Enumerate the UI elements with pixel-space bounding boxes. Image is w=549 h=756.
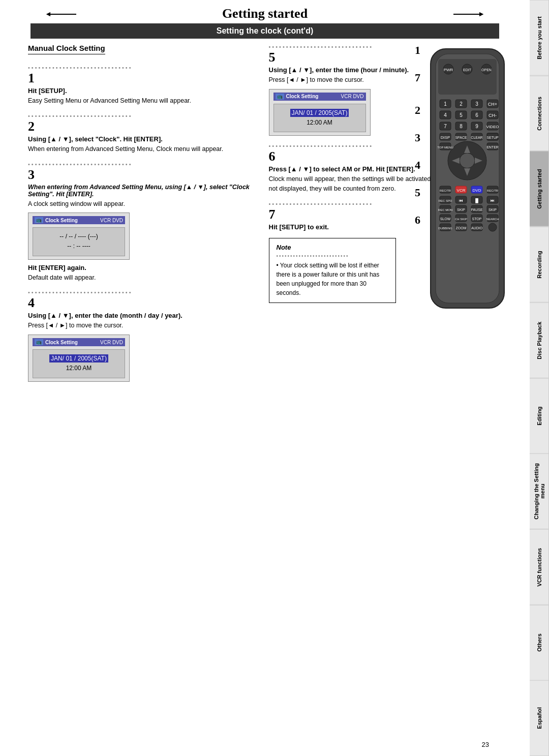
remote-num-2: 2 (415, 104, 420, 117)
step-3b-title: Hit [ENTER] again. (28, 264, 259, 271)
step-2: •••••••••••••••••••••••••••••• 2 Using [… (28, 113, 259, 154)
note-box: Note •••••••••••••••••••••••••• • Your c… (269, 238, 396, 303)
svg-text:REC/TR: REC/TR (487, 189, 499, 192)
svg-text:CH+: CH+ (488, 102, 497, 107)
step-1-dots: •••••••••••••••••••••••••••••• (28, 65, 259, 71)
remote-step-numbers: 1 7 2 3 4 5 6 (415, 44, 420, 227)
sidebar-tab-editing[interactable]: Editing (530, 378, 549, 454)
clock-screen-3: 📺 Clock Setting VCR DVD JAN/ 01 / 2005(S… (269, 89, 371, 136)
clock-screen-2-display: JAN/ 01 / 2005(SAT) 12:00 AM (49, 354, 108, 373)
left-column: Manual Clock Setting •••••••••••••••••••… (28, 44, 259, 389)
remote-num-5: 5 (415, 186, 420, 199)
svg-text:REC/TR: REC/TR (440, 189, 451, 192)
clock-screen-1-title: 📺 Clock Setting (35, 217, 78, 223)
page-title: Getting started (212, 6, 318, 21)
svg-text:CLEAR: CLEAR (471, 136, 482, 139)
svg-point-89 (489, 223, 497, 231)
note-text: • Your clock setting will be lost if eit… (277, 261, 388, 297)
page: ◄ Getting started ► Setting the clock (c… (0, 0, 549, 756)
svg-text:9: 9 (475, 124, 478, 129)
step-3-body: A clock setting window will appear. (28, 199, 259, 209)
svg-text:ENTER: ENTER (486, 145, 499, 149)
step-1: •••••••••••••••••••••••••••••• 1 Hit [SE… (28, 65, 259, 106)
note-dots: •••••••••••••••••••••••••• (277, 253, 388, 259)
sidebar-tab-changing-setting[interactable]: Changing the Setting menu (530, 453, 549, 529)
svg-text:ZOOM: ZOOM (456, 226, 467, 230)
sidebar-tab-recording[interactable]: Recording (530, 227, 549, 303)
sidebar-tab-disc-playback[interactable]: Disc Playback (530, 303, 549, 378)
svg-text:SPACE: SPACE (455, 136, 467, 139)
step-4-title: Using [▲ / ▼], enter the date (month / d… (28, 312, 259, 319)
svg-text:REC SPD: REC SPD (439, 199, 452, 202)
svg-text:STOP: STOP (472, 217, 482, 221)
remote-num-6: 6 (415, 214, 420, 227)
svg-text:REC MON: REC MON (438, 208, 452, 211)
page-number: 23 (482, 741, 489, 748)
svg-text:▐▌: ▐▌ (474, 198, 479, 203)
title-arrow-left: ◄ (45, 10, 52, 18)
step-3-title: When entering from Advanced Setting Menu… (28, 184, 259, 198)
clock-screen-3-title: 📺 Clock Setting (276, 94, 319, 100)
manual-clock-heading: Manual Clock Setting (28, 44, 105, 54)
step-3b: Hit [ENTER] again. Default date will app… (28, 264, 259, 283)
sidebar-tab-connections[interactable]: Connections (530, 76, 549, 152)
svg-text:1: 1 (444, 101, 447, 107)
step-3b-body: Default date will appear. (28, 273, 259, 283)
step-4-dots: •••••••••••••••••••••••••••••• (28, 289, 259, 295)
step-1-title: Hit [SETUP]. (28, 87, 259, 95)
step-2-dots: •••••••••••••••••••••••••••••• (28, 113, 259, 119)
svg-text:VIDEO: VIDEO (486, 125, 499, 129)
remote-num-7: 7 (415, 71, 420, 84)
clock-screen-2: 📺 Clock Setting VCR DVD JAN/ 01 / 2005(S… (28, 335, 130, 381)
sidebar-tab-vcr-functions[interactable]: VCR functions (530, 529, 549, 605)
svg-text:DUBBING: DUBBING (438, 227, 452, 230)
clock-screen-1-display: -- / -- / ---- (---) -- : -- ---- (59, 232, 98, 251)
step-3-dots: •••••••••••••••••••••••••••••• (28, 161, 259, 167)
step-3: •••••••••••••••••••••••••••••• 3 When en… (28, 161, 259, 283)
step-1-number: 1 (28, 72, 259, 85)
clock-screen-2-title: 📺 Clock Setting (35, 339, 78, 345)
svg-text:⏮: ⏮ (459, 198, 463, 203)
svg-text:DVD: DVD (473, 188, 481, 193)
remote-num-4: 4 (415, 159, 420, 172)
step-4-number: 4 (28, 296, 259, 310)
clock-screen-2-body: JAN/ 01 / 2005(SAT) 12:00 AM (33, 349, 125, 378)
clock-screen-3-display: JAN/ 01 / 2005(SAT) 12:00 AM (290, 108, 349, 128)
title-line-right (453, 14, 481, 15)
svg-text:SKIP: SKIP (489, 208, 497, 211)
note-title: Note (277, 244, 388, 251)
svg-text:⏭: ⏭ (491, 198, 495, 203)
clock-screen-1-body: -- / -- / ---- (---) -- : -- ---- (33, 227, 125, 256)
clock-screen-2-header: 📺 Clock Setting VCR DVD (33, 338, 125, 346)
clock-screen-1-header: 📺 Clock Setting VCR DVD (33, 216, 125, 224)
svg-text:SEARCH: SEARCH (486, 218, 499, 221)
clock-screen-3-body: JAN/ 01 / 2005(SAT) 12:00 AM (273, 104, 366, 132)
section-title-bar: Setting the clock (cont'd) (30, 23, 499, 39)
remote-num-3: 3 (415, 131, 420, 144)
main-content: ◄ Getting started ► Setting the clock (c… (0, 0, 530, 756)
svg-text:5: 5 (460, 112, 463, 118)
svg-point-42 (460, 153, 475, 168)
svg-text:SLOW: SLOW (440, 217, 451, 221)
step-2-title: Using [▲ / ▼], select "Clock". Hit [ENTE… (28, 135, 259, 143)
right-column: •••••••••••••••••••••••••••••• 5 Using [… (269, 44, 500, 389)
svg-text:AUDIO: AUDIO (471, 226, 483, 230)
step-1-body: Easy Setting Menu or Advanced Setting Me… (28, 96, 259, 106)
sidebar-tab-before-you-start[interactable]: Before you start (530, 0, 549, 76)
step-4: •••••••••••••••••••••••••••••• 4 Using [… (28, 289, 259, 381)
step-4-body: Press [◄ / ►] to move the cursor. (28, 321, 259, 330)
svg-text:PWR: PWR (444, 68, 453, 72)
step-2-body: When entering from Advanced Setting Menu… (28, 144, 259, 154)
right-sidebar: Before you start Connections Getting sta… (530, 0, 549, 756)
sidebar-tab-others[interactable]: Others (530, 605, 549, 681)
svg-text:SKIP: SKIP (457, 208, 465, 211)
svg-text:SETUP: SETUP (486, 136, 499, 139)
svg-text:CH-: CH- (489, 113, 497, 118)
svg-text:OPEN: OPEN (481, 68, 492, 72)
sidebar-tab-getting-started[interactable]: Getting started (530, 151, 549, 227)
svg-text:TOP MENU: TOP MENU (437, 146, 453, 149)
sidebar-tab-espanol[interactable]: Español (530, 680, 549, 756)
step-2-number: 2 (28, 120, 259, 133)
content-area: Manual Clock Setting •••••••••••••••••••… (0, 39, 530, 394)
step-3-number: 3 (28, 168, 259, 182)
